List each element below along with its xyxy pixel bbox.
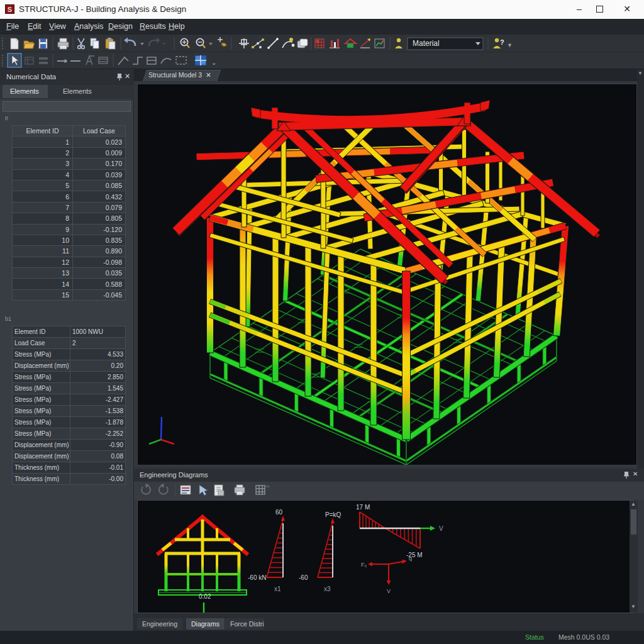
svg-text:▼: ▼ [507,42,513,48]
svg-text:x1: x1 [274,586,281,592]
svg-text:q: q [409,555,412,562]
svg-text:x3: x3 [324,586,331,592]
svg-text:Material: Material [413,39,440,48]
svg-text:-60 kN: -60 kN [248,574,266,581]
svg-text:0.02: 0.02 [199,593,211,600]
svg-text:V: V [439,525,443,532]
svg-text:60: 60 [275,509,283,516]
svg-text:V: V [387,588,391,594]
svg-text:17 M: 17 M [356,504,370,511]
svg-text:?: ? [500,38,504,46]
svg-text:P=kQ: P=kQ [325,511,341,518]
svg-text:F₀: F₀ [361,562,367,568]
svg-text:-60: -60 [299,574,308,581]
svg-text:°°: °° [265,485,269,491]
svg-text:⌄: ⌄ [211,59,216,66]
